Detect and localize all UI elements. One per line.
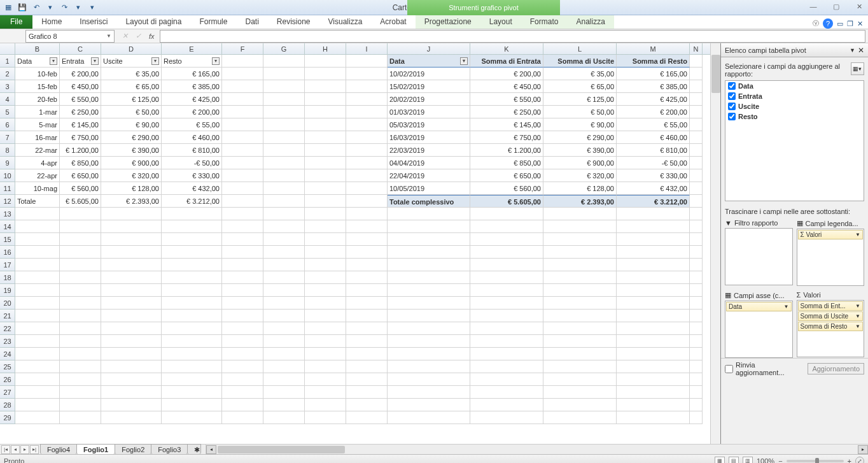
cell[interactable]: 4-apr <box>15 157 60 169</box>
cell[interactable] <box>263 55 305 68</box>
cell[interactable] <box>388 411 470 424</box>
cell[interactable] <box>617 399 690 411</box>
new-sheet-tab[interactable]: ✱ <box>187 444 201 454</box>
cell[interactable] <box>15 335 60 348</box>
row-header[interactable]: 11 <box>0 182 15 195</box>
cell[interactable] <box>222 93 263 106</box>
cell[interactable]: € 450,00 <box>60 80 101 93</box>
cell[interactable] <box>346 271 388 284</box>
cell[interactable] <box>690 335 703 348</box>
cell[interactable] <box>690 399 703 411</box>
cell[interactable] <box>617 297 690 310</box>
cell[interactable] <box>263 195 305 208</box>
cell[interactable] <box>222 68 263 80</box>
row-header[interactable]: 26 <box>0 373 15 386</box>
cell[interactable]: 5-mar <box>15 118 60 131</box>
cell[interactable] <box>263 284 305 297</box>
cell[interactable] <box>470 411 543 424</box>
cell[interactable] <box>101 411 162 424</box>
cell[interactable] <box>263 182 305 195</box>
fx-icon[interactable]: fx <box>146 32 157 40</box>
cell[interactable] <box>305 55 346 68</box>
cell[interactable] <box>543 335 617 348</box>
value-chip[interactable]: Somma di Resto▼ <box>798 322 864 331</box>
select-all-corner[interactable] <box>0 43 15 54</box>
col-header-H[interactable]: H <box>305 43 346 54</box>
cell[interactable] <box>263 322 305 335</box>
cell[interactable] <box>690 220 703 233</box>
cell[interactable] <box>15 348 60 360</box>
cell[interactable] <box>305 220 346 233</box>
zoom-in-icon[interactable]: + <box>848 457 851 464</box>
cell[interactable]: € 810,00 <box>162 144 222 157</box>
cell[interactable] <box>470 233 543 246</box>
cell[interactable] <box>305 310 346 322</box>
row-header[interactable]: 3 <box>0 80 15 93</box>
row-header[interactable]: 22 <box>0 322 15 335</box>
help-icon[interactable]: ? <box>823 18 833 29</box>
cell[interactable] <box>305 335 346 348</box>
cell[interactable]: 10/02/2019 <box>388 68 470 80</box>
filter-dropdown-icon[interactable]: ▾ <box>50 57 57 65</box>
cell[interactable] <box>690 284 703 297</box>
row-header[interactable]: 20 <box>0 297 15 310</box>
close-workbook-icon[interactable]: ✕ <box>857 20 863 28</box>
col-header-C[interactable]: C <box>60 43 101 54</box>
tab-analizza[interactable]: Analizza <box>567 15 613 29</box>
tab-dati[interactable]: Dati <box>236 15 267 29</box>
cell[interactable] <box>101 386 162 399</box>
cell[interactable] <box>60 399 101 411</box>
cell[interactable] <box>162 386 222 399</box>
cell[interactable] <box>470 208 543 220</box>
cell[interactable]: € 55,00 <box>617 118 690 131</box>
cell[interactable] <box>60 233 101 246</box>
field-entrata[interactable]: Entrata <box>725 91 864 101</box>
cell[interactable]: € 1.200,00 <box>60 144 101 157</box>
cell[interactable]: € 125,00 <box>101 93 162 106</box>
cell[interactable] <box>222 106 263 118</box>
cell[interactable] <box>263 118 305 131</box>
cell[interactable] <box>222 233 263 246</box>
cell[interactable] <box>101 348 162 360</box>
area-axis-box[interactable]: Data▼ <box>725 301 793 358</box>
cell[interactable]: € 320,00 <box>543 169 617 182</box>
sheet-tab-foglio1[interactable]: Foglio1 <box>76 444 115 454</box>
cell[interactable] <box>346 106 388 118</box>
cell[interactable] <box>346 131 388 144</box>
chevron-down-icon[interactable]: ▼ <box>855 232 860 238</box>
row-header[interactable]: 9 <box>0 157 15 169</box>
cell[interactable] <box>388 386 470 399</box>
cell[interactable] <box>470 360 543 373</box>
cell[interactable] <box>690 80 703 93</box>
col-header-K[interactable]: K <box>470 43 543 54</box>
row-header[interactable]: 2 <box>0 68 15 80</box>
defer-update-checkbox[interactable] <box>725 365 733 373</box>
hscroll-right[interactable]: ▸ <box>858 445 868 454</box>
row-header[interactable]: 19 <box>0 284 15 297</box>
cell[interactable]: Resto▾ <box>162 55 222 68</box>
cell[interactable] <box>690 360 703 373</box>
row-header[interactable]: 8 <box>0 144 15 157</box>
file-tab[interactable]: File <box>0 15 32 29</box>
cell[interactable] <box>305 297 346 310</box>
row-header[interactable]: 6 <box>0 118 15 131</box>
filter-dropdown-icon[interactable]: ▾ <box>91 57 99 65</box>
cell[interactable]: € 390,00 <box>543 144 617 157</box>
update-button[interactable]: Aggiornamento <box>808 363 864 374</box>
cell[interactable] <box>470 297 543 310</box>
legend-chip-sigma[interactable]: Σ Valori▼ <box>798 230 864 239</box>
cell[interactable] <box>101 220 162 233</box>
cell[interactable] <box>162 373 222 386</box>
field-list-layout-button[interactable]: ▦▾ <box>851 62 864 75</box>
cell[interactable] <box>15 411 60 424</box>
cell[interactable] <box>543 386 617 399</box>
row-header[interactable]: 13 <box>0 208 15 220</box>
cell[interactable]: € 55,00 <box>162 118 222 131</box>
cell[interactable] <box>222 271 263 284</box>
cell[interactable] <box>263 220 305 233</box>
cell[interactable] <box>222 360 263 373</box>
cell[interactable]: 10-mag <box>15 182 60 195</box>
col-header-M[interactable]: M <box>617 43 690 54</box>
cell[interactable] <box>346 182 388 195</box>
cell[interactable] <box>346 246 388 259</box>
